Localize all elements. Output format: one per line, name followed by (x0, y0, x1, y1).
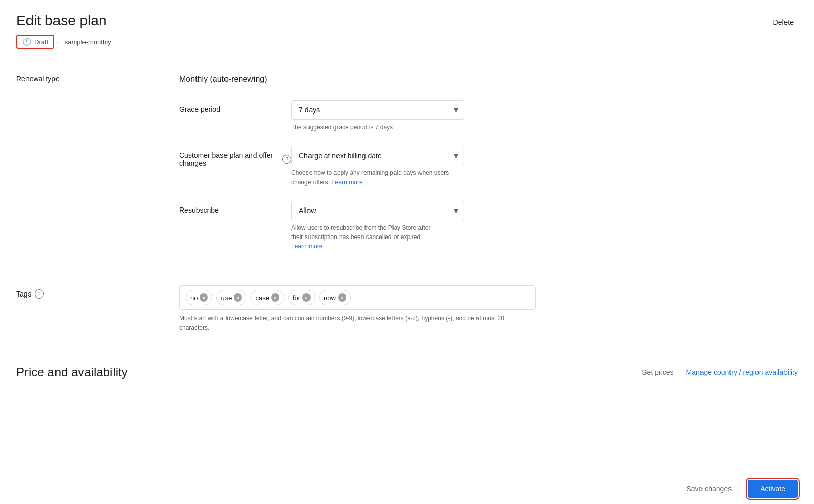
tag-chip-no-remove-button[interactable]: × (200, 293, 208, 302)
save-changes-button[interactable]: Save changes (678, 481, 740, 497)
tab-separator: · (57, 38, 59, 46)
customer-changes-hint-prefix: Choose how to apply any remaining paid d… (291, 169, 449, 186)
resubscribe-hint-line1: Allow users to resubscribe from the Play… (291, 224, 430, 231)
resubscribe-hint-line2: their subscription has been cancelled or… (291, 233, 422, 241)
page-title: Edit base plan (16, 12, 106, 29)
customer-changes-select[interactable]: Charge at next billing date Credit remai… (291, 146, 464, 165)
customer-changes-learn-more-link[interactable]: Learn more (331, 179, 362, 186)
renewal-type-label: Renewal type (16, 74, 179, 265)
draft-tab[interactable]: 🕐 Draft (16, 35, 54, 49)
tag-chip-use-label: use (221, 294, 232, 302)
tags-help-icon[interactable]: ? (35, 289, 44, 299)
tag-chip-use: use × (216, 290, 246, 305)
tag-chip-no: no × (186, 290, 212, 305)
resubscribe-select[interactable]: Allow Disallow (291, 201, 464, 220)
tag-chip-for-label: for (293, 294, 300, 302)
activate-button[interactable]: Activate (748, 480, 798, 498)
grace-period-select[interactable]: 7 days 3 days 14 days 30 days (291, 100, 464, 120)
price-availability-actions: Set prices Manage country / region avail… (642, 368, 798, 376)
tag-chip-case-label: case (255, 294, 269, 302)
tag-chip-case-remove-button[interactable]: × (271, 293, 279, 302)
delete-button[interactable]: Delete (769, 14, 798, 31)
grace-period-label: Grace period (179, 100, 291, 113)
set-prices-button[interactable]: Set prices (642, 368, 673, 376)
customer-changes-help-icon[interactable]: ? (282, 155, 291, 164)
grace-period-select-wrapper: 7 days 3 days 14 days 30 days ▾ (291, 100, 464, 120)
resubscribe-label: Resubscribe (179, 201, 291, 214)
draft-status-label: Draft (34, 38, 48, 46)
price-availability-title: Price and availability (16, 365, 128, 379)
manage-availability-button[interactable]: Manage country / region availability (686, 368, 798, 376)
tag-chip-now-remove-button[interactable]: × (338, 293, 346, 302)
tags-label: Tags (16, 290, 32, 298)
tag-chip-now: now × (319, 290, 351, 305)
customer-changes-hint: Choose how to apply any remaining paid d… (291, 168, 464, 187)
renewal-type-value: Monthly (auto-renewing) (179, 74, 536, 84)
tag-chip-use-remove-button[interactable]: × (234, 293, 242, 302)
price-availability-section: Price and availability Set prices Manage… (16, 357, 798, 383)
grace-period-field: Grace period 7 days 3 days 14 days 30 da… (179, 100, 536, 132)
resubscribe-hint: Allow users to resubscribe from the Play… (291, 223, 464, 251)
grace-period-hint: The suggested grace period is 7 days (291, 123, 464, 132)
customer-changes-label-wrapper: Customer base plan and offer changes ? (179, 146, 291, 167)
plan-name-tab: sample-monthly (61, 36, 116, 48)
resubscribe-control: Allow Disallow ▾ Allow users to resubscr… (291, 201, 536, 251)
renewal-type-section: Renewal type Monthly (auto-renewing) Gra… (16, 74, 798, 265)
tag-chip-for-remove-button[interactable]: × (302, 293, 311, 302)
tag-chip-no-label: no (190, 294, 198, 302)
customer-changes-field: Customer base plan and offer changes ? C… (179, 146, 536, 187)
tags-label-wrapper: Tags ? (16, 285, 179, 299)
customer-changes-select-wrapper: Charge at next billing date Credit remai… (291, 146, 464, 165)
customer-changes-control: Charge at next billing date Credit remai… (291, 146, 536, 187)
header-row: Edit base plan Delete (16, 12, 798, 31)
tags-input-container[interactable]: no × use × case × for × now × (179, 285, 536, 310)
grace-period-control: 7 days 3 days 14 days 30 days ▾ The sugg… (291, 100, 536, 132)
tags-content: no × use × case × for × now × (179, 285, 536, 332)
resubscribe-learn-more-link[interactable]: Learn more (291, 243, 322, 250)
header-divider (0, 57, 814, 57)
tags-hint: Must start with a lowercase letter, and … (179, 314, 536, 332)
tags-section: Tags ? no × use × case × for × (16, 285, 798, 332)
draft-tab-row: 🕐 Draft · sample-monthly (16, 35, 798, 49)
bottom-bar: Save changes Activate (0, 473, 814, 504)
resubscribe-select-wrapper: Allow Disallow ▾ (291, 201, 464, 220)
customer-changes-label: Customer base plan and offer changes (179, 151, 279, 167)
renewal-type-content: Monthly (auto-renewing) Grace period 7 d… (179, 74, 536, 265)
page-container: Edit base plan Delete 🕐 Draft · sample-m… (0, 0, 814, 396)
tag-chip-for: for × (288, 290, 315, 305)
clock-icon: 🕐 (22, 38, 31, 46)
tag-chip-case: case × (250, 290, 284, 305)
tag-chip-now-label: now (324, 294, 336, 302)
resubscribe-field: Resubscribe Allow Disallow ▾ Allow users… (179, 201, 536, 251)
